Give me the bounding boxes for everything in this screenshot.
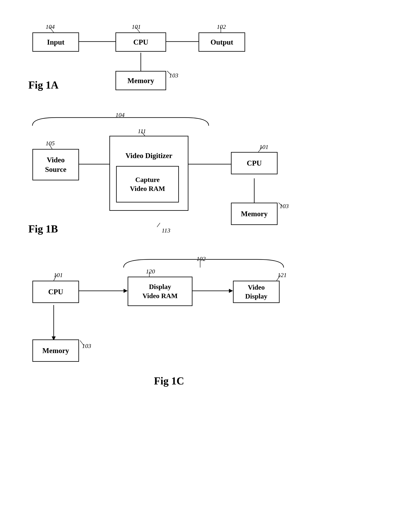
fig1b-capturevram-label: CaptureVideo RAM <box>130 175 165 193</box>
fig1c-displayvram-label: DisplayVideo RAM <box>142 282 178 300</box>
fig1a-memory-label: Memory <box>127 76 154 85</box>
fig1b-videodigitizer-box: Video Digitizer CaptureVideo RAM <box>110 136 188 211</box>
fig1b-ref105: 105 <box>46 140 55 147</box>
svg-line-16 <box>157 223 160 227</box>
fig1a-ref103: 103 <box>169 72 178 79</box>
fig1b-label: Fig 1B <box>28 223 58 235</box>
page: Input CPU Output Memory 104 101 102 103 … <box>0 0 407 532</box>
fig1c-ref101: 101 <box>54 271 63 278</box>
fig1a-svg <box>16 12 401 101</box>
fig1a-output-box: Output <box>199 32 245 52</box>
fig1c-section: CPU DisplayVideo RAM VideoDisplay Memory… <box>16 255 401 397</box>
fig1c-videodisplay-label: VideoDisplay <box>245 283 267 301</box>
fig1a-cpu-box: CPU <box>116 32 166 52</box>
fig1a-label: Fig 1A <box>28 79 59 91</box>
fig1b-memory-box: Memory <box>231 203 278 225</box>
fig1a-memory-box: Memory <box>116 71 166 90</box>
fig1b-ref113: 113 <box>162 227 170 234</box>
fig1c-displayvram-box: DisplayVideo RAM <box>128 277 192 306</box>
fig1a-input-label: Input <box>47 38 64 46</box>
fig1c-cpu-box: CPU <box>32 281 79 303</box>
fig1b-ref104: 104 <box>116 111 125 118</box>
fig1c-label: Fig 1C <box>154 375 184 387</box>
fig1c-memory-box: Memory <box>32 340 79 362</box>
svg-marker-22 <box>124 289 128 293</box>
svg-marker-24 <box>229 289 233 293</box>
fig1c-cpu-label: CPU <box>48 288 63 296</box>
fig1b-cpu-label: CPU <box>247 159 262 167</box>
fig1b-capturevram-box: CaptureVideo RAM <box>116 166 179 202</box>
fig1a-section: Input CPU Output Memory 104 101 102 103 … <box>16 12 401 101</box>
fig1c-ref103: 103 <box>82 342 91 349</box>
fig1a-ref104: 104 <box>46 23 55 30</box>
fig1b-videosource-label: VideoSource <box>45 155 66 174</box>
fig1c-ref102: 102 <box>196 255 206 262</box>
fig1b-videosource-box: VideoSource <box>32 149 79 180</box>
fig1c-memory-label: Memory <box>42 346 69 355</box>
fig1c-ticks-svg <box>16 255 401 397</box>
fig1b-ref111: 111 <box>138 128 146 135</box>
fig1b-ref101: 101 <box>259 143 268 150</box>
fig1b-ref103: 103 <box>280 203 289 210</box>
fig1c-svg <box>16 255 401 397</box>
fig1c-videodisplay-box: VideoDisplay <box>233 281 280 303</box>
fig1b-videodigitizer-label: Video Digitizer <box>110 151 188 160</box>
fig1a-cpu-label: CPU <box>133 38 148 46</box>
fig1b-cpu-box: CPU <box>231 152 278 174</box>
fig1c-ref121: 121 <box>278 271 287 278</box>
fig1a-output-label: Output <box>211 38 233 46</box>
fig1c-ref120: 120 <box>146 268 155 275</box>
fig1a-input-box: Input <box>32 32 79 52</box>
fig1b-memory-label: Memory <box>241 210 268 218</box>
fig1a-ticks-svg <box>16 12 401 101</box>
fig1a-ref101: 101 <box>132 23 141 30</box>
fig1a-ref102: 102 <box>217 23 226 30</box>
fig1b-section: VideoSource Video Digitizer CaptureVideo… <box>16 110 401 247</box>
